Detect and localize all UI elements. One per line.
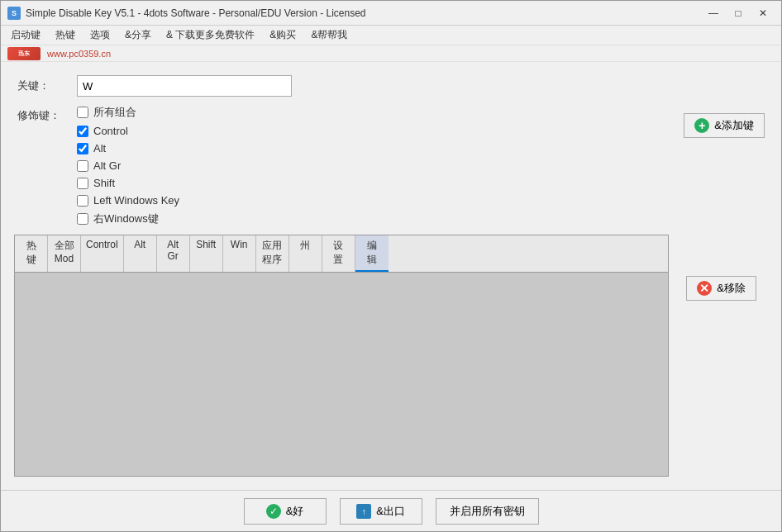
close-button[interactable]: ✕ — [751, 5, 775, 21]
menu-bar: 启动键 热键 选项 &分享 & 下载更多免费软件 &购买 &帮帮我 — [1, 26, 781, 45]
menu-item-options[interactable]: 选项 — [83, 26, 117, 44]
remove-label: &移除 — [717, 281, 746, 296]
checkbox-left-win-label: Left Windows Key — [93, 194, 179, 207]
main-content: 关键： 修饰键： 所有组合 Control A — [1, 62, 781, 490]
menu-item-start[interactable]: 启动键 — [4, 26, 47, 44]
col-control[interactable]: Control — [81, 235, 124, 272]
window-title: Simple Disable Key V5.1 - 4dots Software… — [26, 7, 366, 19]
checkbox-alt-input[interactable] — [77, 143, 88, 154]
checkbox-altgr-input[interactable] — [77, 160, 88, 172]
table-container: 热键 全部Mod Control Alt AltGr Shift Win 应用程… — [17, 235, 665, 477]
title-bar: S Simple Disable Key V5.1 - 4dots Softwa… — [1, 1, 781, 26]
title-bar-left: S Simple Disable Key V5.1 - 4dots Softwa… — [7, 7, 366, 20]
checkbox-shift-input[interactable] — [77, 178, 88, 189]
add-icon: + — [694, 118, 709, 133]
watermark-bar: 迅东 www.pc0359.cn — [1, 45, 781, 62]
checkbox-control: Control — [77, 125, 179, 137]
key-row: 关键： — [17, 75, 765, 97]
maximize-button[interactable]: □ — [727, 5, 750, 21]
checkbox-control-label: Control — [93, 125, 128, 137]
export-button[interactable]: ↑ &出口 — [340, 498, 422, 525]
key-label: 关键： — [17, 75, 67, 93]
enable-all-label: 并启用所有密钥 — [450, 504, 525, 519]
col-altgr[interactable]: AltGr — [157, 235, 190, 272]
export-icon: ↑ — [356, 504, 371, 519]
col-edit[interactable]: 编辑 — [355, 235, 389, 272]
ok-icon: ✓ — [266, 504, 281, 519]
middle-section: 热键 全部Mod Control Alt AltGr Shift Win 应用程… — [17, 235, 765, 477]
ok-button[interactable]: ✓ &好 — [244, 498, 327, 525]
modifier-options: 所有组合 Control Alt Alt Gr — [77, 105, 179, 226]
enable-all-button[interactable]: 并启用所有密钥 — [436, 498, 539, 525]
checkbox-alt-label: Alt — [93, 142, 106, 154]
checkbox-left-win: Left Windows Key — [77, 194, 179, 207]
add-key-button[interactable]: + &添加键 — [684, 113, 765, 138]
checkbox-all-combo-input[interactable] — [77, 107, 88, 118]
table-area: 热键 全部Mod Control Alt AltGr Shift Win 应用程… — [14, 235, 669, 477]
menu-item-download[interactable]: & 下载更多免费软件 — [160, 26, 261, 44]
col-alt[interactable]: Alt — [124, 235, 157, 272]
watermark-logo: 迅东 — [7, 47, 41, 60]
col-hotkey[interactable]: 热键 — [15, 235, 48, 272]
main-window: S Simple Disable Key V5.1 - 4dots Softwa… — [0, 0, 782, 532]
checkbox-control-input[interactable] — [77, 126, 88, 137]
col-win[interactable]: Win — [223, 235, 256, 272]
checkbox-altgr: Alt Gr — [77, 159, 179, 172]
checkbox-shift-label: Shift — [93, 177, 115, 189]
col-allmod[interactable]: 全部Mod — [48, 235, 81, 272]
table-header: 热键 全部Mod Control Alt AltGr Shift Win 应用程… — [15, 235, 668, 273]
ok-label: &好 — [286, 504, 304, 519]
checkbox-all-combo-label: 所有组合 — [93, 105, 136, 120]
col-settings[interactable]: 设置 — [322, 235, 355, 272]
right-side: ✕ &移除 — [665, 235, 765, 477]
menu-item-buy[interactable]: &购买 — [263, 26, 303, 44]
col-state[interactable]: 州 — [289, 235, 322, 272]
checkbox-all-combo: 所有组合 — [77, 105, 179, 120]
modifier-section: 修饰键： 所有组合 Control Alt — [17, 105, 179, 226]
checkbox-left-win-input[interactable] — [77, 195, 88, 207]
checkbox-altgr-label: Alt Gr — [93, 159, 121, 172]
checkbox-shift: Shift — [77, 177, 179, 189]
menu-item-help[interactable]: &帮帮我 — [304, 26, 354, 44]
table-body — [15, 273, 668, 476]
watermark-url: www.pc0359.cn — [47, 49, 111, 59]
checkbox-alt: Alt — [77, 142, 179, 154]
checkbox-right-win-input[interactable] — [77, 213, 88, 225]
checkbox-right-win: 右Windows键 — [77, 211, 179, 226]
col-shift[interactable]: Shift — [190, 235, 223, 272]
checkbox-right-win-label: 右Windows键 — [93, 211, 159, 226]
col-app[interactable]: 应用程序 — [256, 235, 289, 272]
key-input[interactable] — [77, 75, 292, 97]
modifier-label: 修饰键： — [17, 105, 67, 123]
export-label: &出口 — [376, 504, 405, 519]
menu-item-hotkey[interactable]: 热键 — [49, 26, 82, 44]
remove-button[interactable]: ✕ &移除 — [686, 276, 756, 301]
bottom-bar: ✓ &好 ↑ &出口 并启用所有密钥 — [1, 490, 781, 531]
minimize-button[interactable]: — — [702, 5, 725, 21]
remove-icon: ✕ — [697, 281, 712, 296]
title-bar-controls: — □ ✕ — [702, 5, 775, 21]
app-icon: S — [7, 7, 21, 20]
add-key-label: &添加键 — [714, 118, 754, 133]
menu-item-share[interactable]: &分享 — [118, 26, 158, 44]
